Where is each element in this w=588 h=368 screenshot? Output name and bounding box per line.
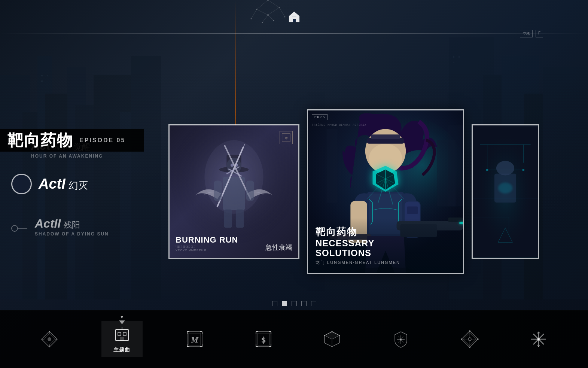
svg-point-171 [537,338,540,341]
home-diamond-icon [40,330,59,349]
svg-point-146 [339,335,340,336]
f-key-hint: F [536,30,543,37]
svg-line-25 [279,7,285,17]
svg-point-160 [477,338,479,340]
nav-item-stories[interactable]: $ [247,326,280,352]
album-2-card[interactable]: EP.05 ТЯЖЁЛЫЕ УРОКИ ВЕЧНАЯ ЛЕГЕНДА 靶向药物 … [307,109,464,274]
album-1-title-cn: 急性衰竭 [265,243,292,252]
album-1-subtitle2: УРСУС ИМПЕРИЯ [176,249,238,252]
act-2-label: ActII [35,217,61,231]
svg-point-31 [267,14,269,16]
act-initium-en: HOUR OF AN AWAKENING [31,153,103,159]
themes-icon [113,325,131,344]
album-1-chernobog: ЧЕРНОБОГ [176,245,238,249]
settings-icon [460,330,479,349]
act-1-cn: 幻灭 [68,179,88,192]
pagination-dot-2[interactable] [282,301,287,306]
act-1-item[interactable]: ActI 幻灭 [11,174,146,194]
album-3-card[interactable] [472,124,539,259]
act-2-line [18,228,27,229]
world-icon [392,330,410,349]
svg-rect-113 [118,332,121,335]
svg-point-159 [469,330,470,332]
act-1-circle [11,174,32,194]
album-2-cn-title: 靶向药物 [316,225,456,238]
asterisk-extra-icon [529,330,548,349]
album-2-background: EP.05 ТЯЖЁЛЫЕ УРОКИ ВЕЧНАЯ ЛЕГЕНДА 靶向药物 … [308,110,463,273]
album-2-text-area: 靶向药物 NECESSARY SOLUTIONS 龙门 LUNGMEN·GREA… [308,218,463,273]
svg-rect-62 [367,138,404,144]
episode-active-bar: 靶向药物 EPISODE 05 [0,129,144,152]
svg-line-24 [251,9,257,19]
album-1-title-en: BURNING RUN [176,235,238,245]
svg-point-34 [262,22,263,23]
home-button-area[interactable] [257,2,332,32]
svg-line-26 [262,15,268,22]
album-2-illustration: EP.05 ТЯЖЁЛЫЕ УРОКИ ВЕЧНАЯ ЛЕГЕНДА 靶向药物 … [308,110,463,273]
svg-point-33 [284,16,285,18]
svg-point-30 [278,7,280,8]
nav-item-items[interactable] [315,326,349,352]
svg-point-35 [273,20,274,21]
svg-line-20 [257,0,268,9]
pagination-dot-5[interactable] [311,301,316,306]
episode-label: EPISODE 05 [79,137,125,144]
svg-rect-63 [371,134,400,139]
episode-cn-title: 靶向药物 [7,130,73,151]
eam-label [65,322,110,365]
svg-point-154 [468,338,471,341]
svg-rect-114 [123,332,126,335]
items-icon [323,330,341,349]
act-2-dot [11,225,18,232]
svg-line-23 [268,7,279,15]
svg-rect-83 [326,129,338,203]
svg-point-161 [469,347,470,348]
home-button[interactable] [257,2,332,32]
svg-point-151 [400,338,402,341]
act-1-content: ActI 幻灭 [36,176,88,192]
pagination-dot-1[interactable] [272,301,277,306]
nav-item-operators[interactable]: M [178,326,211,352]
act-2-en: SHADOW OF A DYING SUN [35,231,109,237]
svg-text:$: $ [261,335,266,344]
svg-point-100 [498,182,513,193]
svg-rect-85 [448,125,463,206]
svg-rect-36 [293,19,296,22]
album-3-background [473,125,538,258]
nav-item-home[interactable] [33,326,66,352]
svg-point-144 [331,331,333,332]
nav-item-world[interactable] [384,326,418,352]
svg-line-27 [268,15,274,21]
album-3-illustration [473,125,538,258]
svg-rect-54 [224,209,232,228]
keyboard-hints: 空格 F [520,30,543,37]
album-2-ep-badge: EP.05 [312,114,327,120]
svg-rect-115 [120,337,124,341]
svg-point-145 [324,335,325,336]
svg-rect-55 [236,209,244,228]
album-1-card[interactable]: 章 BURNING RUN ЧЕРНОБОГ УРСУС ИМПЕРИЯ 急性衰… [168,124,299,259]
pagination-dot-4[interactable] [301,301,307,306]
svg-line-22 [257,9,268,15]
album-1-background: 章 BURNING RUN ЧЕРНОБОГ УРСУС ИМПЕРИЯ 急性衰… [170,125,298,258]
svg-point-29 [256,9,257,10]
svg-point-96 [486,169,488,171]
svg-point-97 [522,169,524,171]
svg-text:M: M [191,335,199,344]
svg-marker-140 [325,332,339,339]
svg-point-107 [48,337,51,341]
svg-point-32 [250,18,252,19]
act-2-cn: 残阳 [64,219,80,231]
album-1-seal: 章 [280,131,293,144]
stories-icon: $ [254,330,273,349]
nav-item-settings[interactable] [453,326,487,352]
album-1-text-area: BURNING RUN ЧЕРНОБОГ УРСУС ИМПЕРИЯ 急性衰竭 [170,229,298,258]
active-nav-indicator [119,320,125,324]
svg-line-21 [268,0,279,7]
house-icon [287,10,301,24]
act-2-item[interactable]: ActII 残阳 SHADOW OF A DYING SUN [11,217,146,237]
svg-point-162 [461,338,462,340]
pagination-dot-3[interactable] [292,301,297,306]
nav-item-extra[interactable] [522,326,555,352]
svg-point-28 [267,0,269,1]
